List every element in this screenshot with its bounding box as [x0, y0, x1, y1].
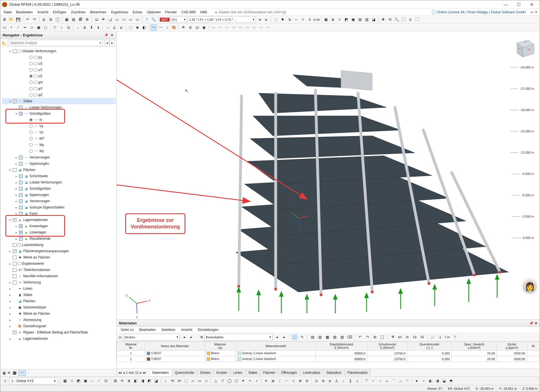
bottom-tool-18-icon[interactable]: ▱ [190, 378, 196, 384]
visibility-icon[interactable]: 👁 [180, 24, 187, 31]
render-trans-icon[interactable]: ◧ [141, 24, 147, 31]
search-tool-icon[interactable]: 🔍 [150, 16, 157, 23]
mt-copy-icon[interactable]: ⧉ [372, 334, 378, 340]
table-tab-dicken[interactable]: Dicken [197, 369, 214, 376]
bottom-tool-43-icon[interactable]: ⌐ [370, 378, 376, 384]
tree-item--y[interactable]: φY [2, 86, 116, 92]
bottom-tool-44-icon[interactable]: ¬ [377, 378, 383, 384]
mt-f-icon[interactable]: ⌫ [346, 334, 353, 340]
bottom-tool-49-icon[interactable]: ● [414, 378, 420, 384]
bottom-tool-50-icon[interactable]: ○ [420, 378, 427, 384]
result-tree[interactable]: ▾Globale Verformungen|u|uXuYuZφXφYφZ▾〰St… [0, 47, 116, 369]
mt-b-icon[interactable]: ▥ [317, 334, 323, 340]
tree-item-st-be[interactable]: ▸▮Stäbe [2, 292, 116, 298]
member-icon[interactable]: ━ [22, 24, 28, 31]
results-off-icon[interactable]: 〰 [157, 24, 164, 31]
dim-angle-icon[interactable]: ∠ [111, 24, 118, 31]
tool-f-icon[interactable]: x̄ [307, 16, 313, 23]
menu-einfügen[interactable]: Einfügen [51, 10, 68, 15]
grid-icon[interactable]: ▦ [323, 16, 329, 23]
assistant-avatar[interactable]: 👩 [522, 279, 537, 294]
tree-item-max-min-informationen[interactable]: ↕Max/Min-Informationen [2, 273, 116, 279]
bottom-tool-5-icon[interactable]: ∕ [96, 378, 102, 384]
window-close-small-icon[interactable]: ✕ [535, 10, 537, 14]
menu-berechnen[interactable]: Berechnen [88, 10, 109, 15]
bottom-tool-23-icon[interactable]: ◯ [226, 378, 233, 384]
bottom-tool-20-icon[interactable]: ◇ [203, 378, 210, 384]
tabnav-prev-icon[interactable]: ◂ [123, 371, 125, 375]
tree-item-titelinformationen[interactable]: 🏷Titelinformationen [2, 267, 116, 273]
bottom-tool-14-icon[interactable]: ↕ [162, 378, 169, 384]
tree-item--z[interactable]: φZ [2, 92, 116, 98]
tabnav-first-icon[interactable]: ⏮ [118, 371, 122, 375]
tree-item-knotenlager[interactable]: ▸▲Knotenlager [2, 223, 116, 229]
bottom-tool-39-icon[interactable]: ⟂ [340, 378, 347, 384]
bottom-tool-34-icon[interactable]: ⊘ [304, 378, 310, 384]
close-button[interactable]: ✕ [526, 1, 538, 8]
bottom-tool-54-icon[interactable]: ◓ [448, 378, 454, 384]
tree-item-uy[interactable]: uY [2, 67, 116, 73]
bottom-tool-3-icon[interactable]: ▣ [82, 378, 89, 384]
nav-tab-views-icon[interactable]: 🎥 [12, 371, 17, 375]
mt-filter-icon[interactable]: ⧩ [390, 334, 396, 340]
bottom-tool-4-icon[interactable]: ↔ [89, 378, 95, 384]
mt-fx3-icon[interactable]: fẍ [419, 334, 425, 340]
basis-selector[interactable]: Basisobjekte▾ [204, 334, 273, 341]
misc7-icon[interactable]: ⋯ [251, 24, 257, 31]
tree-item-schnittgr-en[interactable]: ▾〰Schnittgrößen [2, 110, 116, 117]
table-tab-flächensätze[interactable]: Flächensätze [344, 369, 371, 376]
bottom-tool-17-icon[interactable]: ⬚ [183, 378, 189, 384]
tree-item-uz[interactable]: uZ [2, 73, 116, 79]
tree-item-volumenk-rper[interactable]: ▸▣Volumenkörper [2, 304, 116, 310]
tool-d-icon[interactable]: ↔ [293, 16, 299, 23]
tree-item-isotrope-eigenschaften[interactable]: ▸◪Isotrope Eigenschaften [2, 204, 116, 210]
nav-data-icon[interactable]: 🗂 [93, 16, 100, 23]
keyword-search[interactable]: ▸ [215, 10, 431, 14]
materials-menu-gehe zu[interactable]: Gehe zu [118, 327, 136, 332]
layers-icon[interactable]: ≣ [330, 16, 336, 23]
lc-next-icon[interactable]: ▸ [263, 16, 269, 23]
tree-item-fl-chen[interactable]: ▸◪Flächen [2, 298, 116, 304]
view-iso-icon[interactable]: ◩ [343, 16, 349, 23]
material-row[interactable]: 1C30/37BetonIsotrop | Linear elastisch33… [117, 351, 540, 356]
navigator-close-icon[interactable]: ✕ [110, 33, 114, 37]
maximize-button[interactable]: ☐ [512, 1, 525, 8]
tree-item-schichtseite[interactable]: ▸◪Schichtseite [2, 173, 116, 179]
release-icon[interactable]: ◎ [65, 24, 72, 31]
tree-item-werte-an-fl-chen[interactable]: ✚Werte an Flächen [2, 254, 116, 260]
misc1-icon[interactable]: ⋯ [210, 24, 216, 31]
bottom-tool-36-icon[interactable]: ⊚ [320, 378, 326, 384]
license-info[interactable]: Online License 34 | Victor Hidalgo | Dlu… [432, 10, 528, 14]
load-area-icon[interactable]: ⬇ [88, 24, 95, 31]
mt-paste-icon[interactable]: 📋 [379, 334, 385, 340]
view-top-icon[interactable]: ▣ [350, 16, 356, 23]
tabnav-next-icon[interactable]: ▸ [140, 371, 142, 375]
table-tab-stabsätze[interactable]: Stabsätze [323, 369, 344, 376]
tree-item-ergebniswerte[interactable]: ▸Ergebniswerte [2, 260, 116, 267]
3d-viewport[interactable]: x y z x y z [117, 32, 540, 320]
bottom-tool-24-icon[interactable]: ⬡ [233, 378, 239, 384]
node-icon[interactable]: • [8, 24, 14, 31]
bottom-tool-8-icon[interactable]: ✛ [119, 378, 125, 384]
nav-results-icon[interactable]: 📊 [107, 16, 113, 23]
panel3-icon[interactable]: ▭ [127, 16, 134, 23]
save-file-icon[interactable]: 💾 [15, 16, 21, 23]
materials-menu-ansicht[interactable]: Ansicht [179, 327, 194, 332]
coord-system-selector[interactable]: 1 - Global XYZ▾ [9, 378, 58, 384]
panel-icon[interactable]: ▭ [114, 16, 120, 23]
bottom-tool-10-icon[interactable]: ◧ [133, 378, 139, 384]
fullscreen-icon[interactable]: ⛶ [414, 16, 420, 23]
materials-table[interactable]: Material Nr.Name des MaterialsMaterial- … [117, 341, 540, 362]
bottom-tool-47-icon[interactable]: ⌓ [397, 378, 404, 384]
bottom-tool-6-icon[interactable]: ⊡ [103, 378, 109, 384]
tree-item-ux[interactable]: uX [2, 61, 116, 67]
bottom-tool-26-icon[interactable]: ✧ [247, 378, 253, 384]
tree-item-resultierende[interactable]: ▸▲Resultierende [2, 235, 116, 242]
mt-edit-icon[interactable]: ✎ [299, 334, 305, 340]
nav-views-icon[interactable]: 👁 [100, 16, 106, 23]
lc-prev-icon[interactable]: ◂ [256, 16, 263, 23]
tree-item-abmessung[interactable]: ▸↔Abmessung [2, 317, 116, 323]
navigator-pin-icon[interactable]: 📌 [104, 33, 108, 37]
paste-icon[interactable]: 📋 [54, 16, 60, 23]
rotate-icon[interactable]: ⟲ [387, 16, 393, 23]
